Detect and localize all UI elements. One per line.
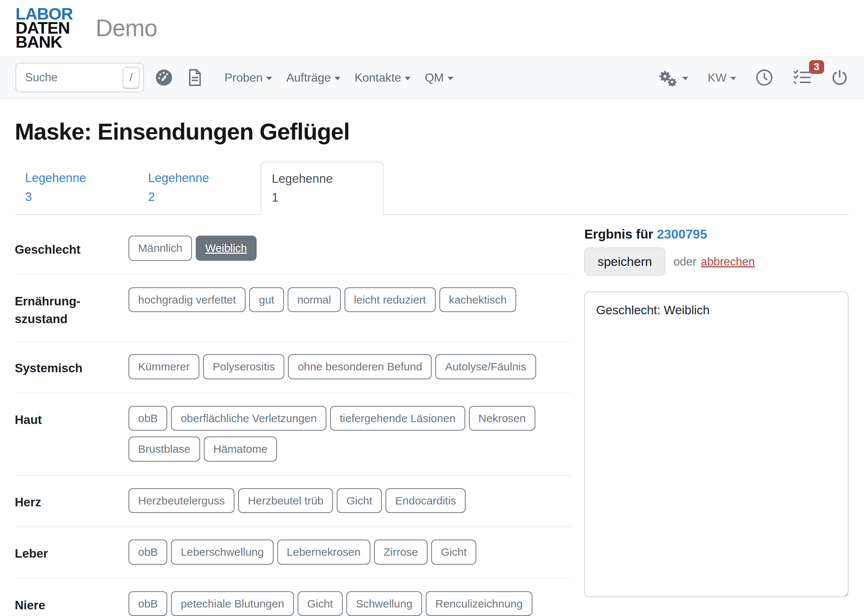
page-content: Maske: Einsendungen Geflügel Legehenne3L…: [0, 118, 864, 616]
nav-menu-aufträge[interactable]: Aufträge: [286, 71, 341, 85]
option-button[interactable]: Gicht: [298, 591, 342, 616]
option-button[interactable]: kachektisch: [439, 287, 517, 313]
option-button[interactable]: ohne besonderen Befund: [288, 354, 432, 379]
row-label-herz: Herz: [15, 488, 129, 513]
option-button[interactable]: obB: [129, 539, 167, 565]
option-button[interactable]: leicht reduziert: [344, 287, 436, 313]
option-button[interactable]: Hämatome: [204, 437, 277, 462]
form-row-ernaehrungszustand: Ernährung-szustandhochgradig verfettetgu…: [15, 275, 571, 342]
chevron-down-icon: [405, 77, 411, 80]
row-label-niere: Niere: [15, 591, 129, 616]
order-number-link[interactable]: 2300795: [657, 227, 707, 241]
settings-gears-dropdown[interactable]: [658, 69, 688, 86]
tasks-count-badge: 3: [809, 60, 824, 74]
form-row-geschlecht: GeschlechtMännlichWeiblich: [15, 223, 571, 275]
nav-menu-label: QM: [425, 71, 444, 85]
logout-power-icon[interactable]: [831, 69, 848, 86]
option-button[interactable]: Kümmerer: [129, 354, 200, 379]
chevron-down-icon: [682, 77, 688, 80]
tasks-list-button[interactable]: 3: [792, 68, 812, 87]
row-label-leber: Leber: [15, 539, 129, 565]
option-button[interactable]: Gicht: [431, 539, 476, 565]
option-button[interactable]: obB: [129, 591, 167, 616]
tab-label: Legehenne: [148, 168, 250, 187]
search-container: /: [16, 63, 144, 92]
tab-number: 3: [25, 187, 127, 206]
logo-line: BANK: [16, 35, 73, 49]
option-button[interactable]: Herzbeutelerguss: [129, 488, 234, 513]
clock-icon[interactable]: [756, 69, 773, 86]
row-label-ernaehrungszustand: Ernährung-szustand: [15, 287, 129, 328]
result-textarea[interactable]: Geschlecht: Weiblich: [584, 291, 848, 597]
chevron-down-icon: [266, 77, 272, 80]
row-options-niere: obBpetechiale BlutungenGichtSchwellungRe…: [129, 591, 571, 616]
chevron-down-icon: [730, 77, 736, 80]
form-row-systemisch: SystemischKümmererPolyserositisohne beso…: [15, 342, 571, 393]
row-options-leber: obBLeberschwellungLebernekrosenZirroseGi…: [129, 539, 571, 565]
row-options-herz: HerzbeutelergussHerzbeutel trübGichtEndo…: [129, 488, 571, 513]
tab-number: 1: [272, 188, 372, 207]
navbar-right: KW 3: [639, 68, 848, 87]
option-button[interactable]: Autolyse/Fäulnis: [435, 354, 536, 379]
form-row-haut: HautobBoberflächliche Verletzungentiefer…: [15, 393, 571, 476]
nav-menus: ProbenAufträgeKontakteQM: [211, 71, 453, 85]
nav-menu-label: Proben: [225, 71, 262, 85]
option-button[interactable]: normal: [287, 287, 341, 313]
app-title: Demo: [96, 14, 157, 42]
option-button[interactable]: Leberschwellung: [171, 539, 273, 565]
option-button[interactable]: Schwellung: [346, 591, 422, 616]
row-options-ernaehrungszustand: hochgradig verfettetgutnormalleicht redu…: [129, 287, 571, 328]
or-label: oder: [674, 255, 696, 269]
nav-menu-kontakte[interactable]: Kontakte: [355, 71, 411, 85]
app-header: LABOR DATEN BANK Demo: [0, 0, 864, 56]
option-button[interactable]: Nekrosen: [469, 406, 536, 431]
option-button[interactable]: Zirrose: [374, 539, 427, 565]
form-row-niere: NiereobBpetechiale BlutungenGichtSchwell…: [15, 579, 571, 616]
document-icon[interactable]: [187, 69, 203, 86]
tab-legehenne-2[interactable]: Legehenne2: [138, 162, 261, 214]
page-title: Maske: Einsendungen Geflügel: [15, 118, 849, 145]
slash-shortcut-key: /: [123, 67, 140, 88]
mask-form: GeschlechtMännlichWeiblichErnährung-szus…: [15, 223, 571, 616]
option-button[interactable]: hochgradig verfettet: [129, 287, 245, 313]
row-options-systemisch: KümmererPolyserositisohne besonderen Bef…: [129, 354, 571, 379]
save-row: speichern oder abbrechen: [584, 247, 849, 276]
tab-number: 2: [148, 187, 250, 206]
nav-menu-qm[interactable]: QM: [425, 71, 453, 85]
form-row-leber: LeberobBLeberschwellungLebernekrosenZirr…: [15, 527, 571, 579]
result-panel: Ergbnis für 2300795 speichern oder abbre…: [584, 223, 849, 616]
option-button[interactable]: Brustblase: [129, 437, 200, 462]
option-button[interactable]: Herzbeutel trüb: [238, 488, 333, 513]
tab-legehenne-1[interactable]: Legehenne1: [261, 162, 383, 215]
option-button[interactable]: Renculizeichnung: [426, 591, 533, 616]
option-button[interactable]: Lebernekrosen: [277, 539, 370, 565]
option-button[interactable]: petechiale Blutungen: [171, 591, 294, 616]
nav-menu-label: Kontakte: [355, 71, 401, 85]
form-row-herz: HerzHerzbeutelergussHerzbeutel trübGicht…: [15, 476, 571, 527]
labordatenbank-logo[interactable]: LABOR DATEN BANK: [16, 7, 73, 49]
option-button[interactable]: obB: [129, 406, 167, 431]
main-navbar: / ProbenAufträgeKontakteQM: [0, 56, 864, 99]
save-button[interactable]: speichern: [584, 247, 665, 276]
option-button[interactable]: Gicht: [337, 488, 382, 513]
gauge-icon[interactable]: [155, 69, 173, 86]
row-options-haut: obBoberflächliche Verletzungentiefergehe…: [129, 406, 571, 462]
option-button[interactable]: Weiblich: [196, 236, 257, 261]
result-heading-prefix: Ergbnis für: [584, 227, 653, 241]
option-button[interactable]: Polyserositis: [203, 354, 284, 379]
result-heading: Ergbnis für 2300795: [584, 227, 849, 242]
tab-legehenne-3[interactable]: Legehenne3: [15, 162, 138, 214]
tab-label: Legehenne: [272, 169, 372, 188]
kw-label: KW: [707, 71, 727, 85]
option-button[interactable]: Endocarditis: [385, 488, 466, 513]
row-label-haut: Haut: [15, 406, 129, 462]
option-button[interactable]: tiefergehende Läsionen: [330, 406, 465, 431]
option-button[interactable]: oberflächliche Verletzungen: [171, 406, 327, 431]
nav-menu-proben[interactable]: Proben: [225, 71, 272, 85]
chevron-down-icon: [335, 77, 341, 80]
option-button[interactable]: Männlich: [129, 236, 192, 261]
kw-dropdown[interactable]: KW: [707, 71, 736, 85]
option-button[interactable]: gut: [249, 287, 284, 313]
row-label-geschlecht: Geschlecht: [15, 236, 129, 261]
cancel-link[interactable]: abbrechen: [701, 255, 755, 269]
